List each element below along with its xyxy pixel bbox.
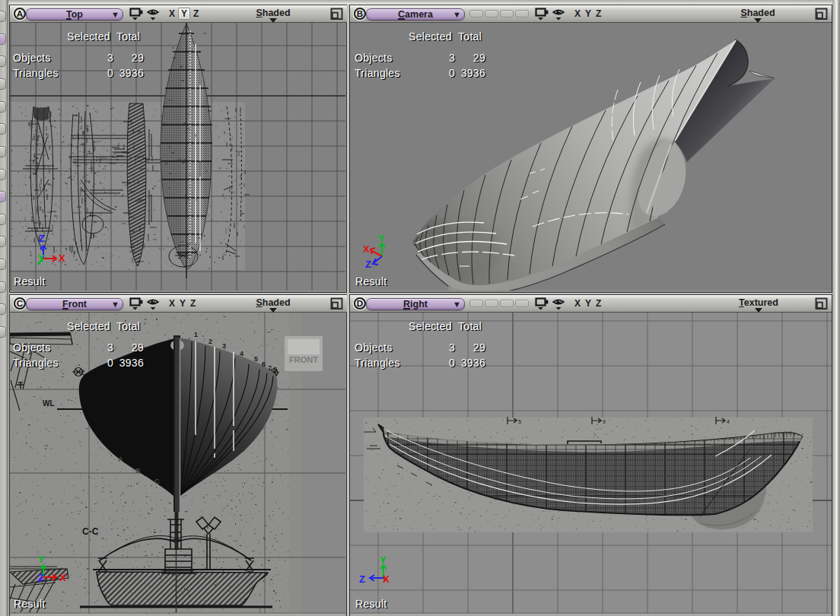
svg-text:X: X xyxy=(59,252,65,264)
svg-text:5: 5 xyxy=(518,419,521,424)
svg-text:6: 6 xyxy=(262,360,266,368)
svg-text:WL: WL xyxy=(43,399,55,408)
svg-text:Y: Y xyxy=(38,554,45,565)
svg-text:Y: Y xyxy=(38,252,45,264)
svg-text:Z: Z xyxy=(359,573,365,585)
svg-text:2: 2 xyxy=(208,338,212,345)
svg-text:Y: Y xyxy=(380,554,387,566)
svg-text:A: A xyxy=(118,456,123,463)
svg-text:8: 8 xyxy=(273,366,277,373)
svg-text:FRONT: FRONT xyxy=(289,355,318,364)
svg-text:4: 4 xyxy=(727,419,730,424)
svg-text:7: 7 xyxy=(268,364,272,372)
svg-text:1: 1 xyxy=(194,331,198,338)
svg-text:X: X xyxy=(59,572,66,583)
svg-text:Z: Z xyxy=(365,259,371,270)
svg-text:Z: Z xyxy=(38,572,44,583)
svg-text:X: X xyxy=(363,243,370,255)
svg-text:B: B xyxy=(135,467,141,475)
svg-text:C: C xyxy=(154,478,160,485)
svg-text:Y: Y xyxy=(378,233,385,244)
svg-text:9: 9 xyxy=(603,419,606,424)
svg-text:3: 3 xyxy=(222,342,226,350)
svg-text:X: X xyxy=(383,573,390,585)
svg-text:5: 5 xyxy=(254,355,258,363)
svg-text:C-C: C-C xyxy=(82,526,99,537)
svg-text:4: 4 xyxy=(240,350,243,357)
svg-text:Z: Z xyxy=(39,233,45,244)
